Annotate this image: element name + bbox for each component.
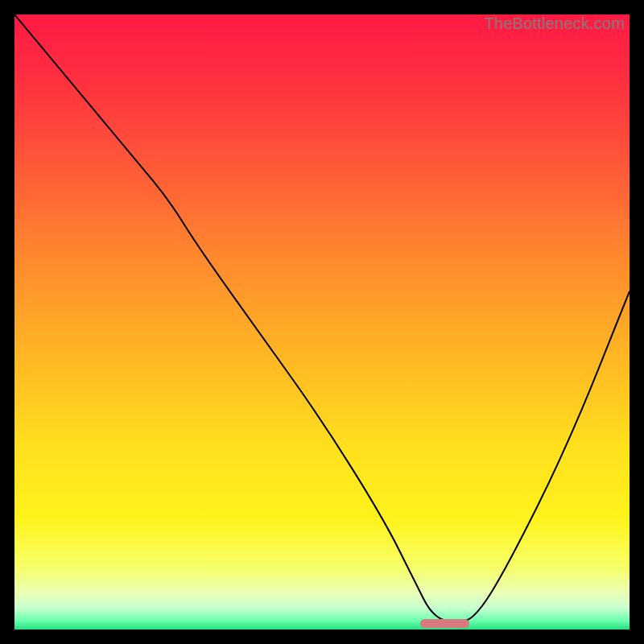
bottleneck-curve: [14, 14, 630, 630]
chart-frame: TheBottleneck.com: [14, 14, 630, 630]
plot-area: TheBottleneck.com: [14, 14, 630, 630]
optimal-marker: [420, 619, 469, 628]
watermark-text: TheBottleneck.com: [484, 14, 625, 33]
